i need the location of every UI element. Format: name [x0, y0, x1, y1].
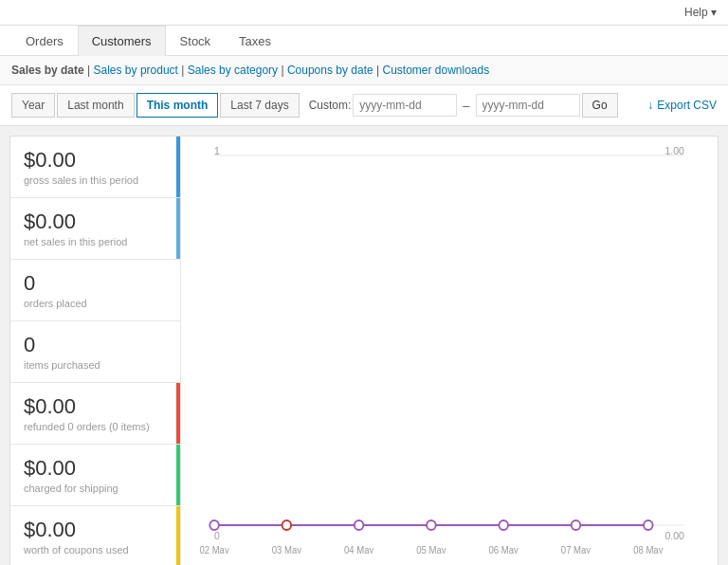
export-csv-button[interactable]: ↓ Export CSV [647, 99, 717, 112]
stat-gross-bar [176, 137, 180, 197]
svg-text:05 May: 05 May [416, 545, 446, 554]
svg-point-5 [282, 520, 292, 530]
stat-gross-value: $0.00 [24, 148, 167, 173]
tab-taxes[interactable]: Taxes [225, 26, 285, 56]
stat-refunded-label: refunded 0 orders (0 items) [24, 421, 167, 432]
stats-sidebar: $0.00 gross sales in this period $0.00 n… [10, 137, 181, 565]
date-range-dash: – [463, 99, 469, 113]
period-tab-last7[interactable]: Last 7 days [220, 93, 299, 118]
export-label: Export CSV [657, 99, 717, 112]
svg-text:0.00: 0.00 [665, 530, 684, 541]
subnav-link-coupons[interactable]: Coupons by date [287, 64, 373, 77]
stat-refunded-bar [176, 383, 180, 444]
stat-shipping: $0.00 charged for shipping [10, 445, 180, 506]
subnav-link-downloads[interactable]: Customer downloads [382, 64, 489, 77]
tab-stock[interactable]: Stock [166, 26, 226, 56]
period-tab-last-month[interactable]: Last month [57, 93, 134, 118]
tab-customers[interactable]: Customers [78, 26, 166, 56]
stat-shipping-label: charged for shipping [24, 483, 167, 494]
chart-svg: 1.00 1 0 0.00 02 May 03 May 04 May 05 Ma… [196, 146, 702, 554]
stat-shipping-bar [176, 445, 180, 505]
svg-point-6 [355, 520, 364, 530]
go-button[interactable]: Go [582, 93, 618, 118]
svg-text:02 May: 02 May [199, 545, 228, 554]
top-bar: Help ▾ [0, 0, 728, 26]
subnav-current: Sales by date [11, 64, 84, 77]
stat-coupons-value: $0.00 [24, 518, 167, 542]
download-icon: ↓ [647, 99, 653, 112]
stat-coupons-label: worth of coupons used [24, 544, 167, 556]
svg-text:1: 1 [214, 146, 220, 156]
stat-gross-sales: $0.00 gross sales in this period [10, 137, 180, 198]
stat-net-sales: $0.00 net sales in this period [10, 198, 180, 260]
subnav-link-category[interactable]: Sales by category [188, 64, 278, 77]
svg-point-4 [209, 520, 219, 530]
stat-orders-label: orders placed [24, 298, 167, 309]
sub-nav: Sales by date | Sales by product | Sales… [0, 56, 728, 85]
svg-text:04 May: 04 May [344, 545, 373, 554]
svg-point-8 [499, 520, 508, 530]
help-button[interactable]: Help ▾ [684, 6, 717, 19]
svg-text:08 May: 08 May [633, 545, 663, 554]
stat-net-bar [176, 198, 180, 259]
custom-label: Custom: [309, 99, 352, 112]
stat-net-label: net sales in this period [24, 236, 167, 247]
svg-point-7 [427, 520, 436, 530]
svg-point-10 [644, 520, 653, 530]
stat-items-label: items purchased [24, 359, 167, 371]
stat-coupons: $0.00 worth of coupons used [10, 506, 180, 565]
stat-orders-value: 0 [24, 271, 167, 296]
svg-text:07 May: 07 May [561, 545, 591, 554]
stat-items: 0 items purchased [10, 321, 180, 383]
period-tab-year[interactable]: Year [11, 93, 55, 118]
custom-to-input[interactable] [476, 94, 580, 117]
period-tab-this-month[interactable]: This month [136, 93, 219, 118]
custom-from-input[interactable] [353, 94, 457, 117]
svg-point-9 [572, 520, 581, 530]
main-tabs: Orders Customers Stock Taxes [0, 26, 728, 56]
subnav-link-product[interactable]: Sales by product [94, 64, 178, 77]
stat-gross-label: gross sales in this period [24, 174, 167, 186]
chart-area: 1.00 1 0 0.00 02 May 03 May 04 May 05 Ma… [181, 137, 718, 565]
svg-text:06 May: 06 May [489, 545, 519, 554]
stat-coupons-bar [176, 506, 180, 565]
stat-net-value: $0.00 [24, 210, 167, 234]
stat-refunded: $0.00 refunded 0 orders (0 items) [10, 383, 180, 445]
stat-items-value: 0 [24, 333, 167, 357]
svg-text:0: 0 [214, 530, 220, 541]
svg-text:1.00: 1.00 [665, 146, 684, 156]
main-content: $0.00 gross sales in this period $0.00 n… [9, 136, 719, 565]
stat-shipping-value: $0.00 [24, 456, 167, 481]
stat-refunded-value: $0.00 [24, 394, 167, 419]
stat-orders: 0 orders placed [10, 260, 180, 321]
period-bar: Year Last month This month Last 7 days C… [0, 85, 728, 126]
tab-orders[interactable]: Orders [11, 26, 78, 56]
svg-text:03 May: 03 May [272, 545, 301, 554]
